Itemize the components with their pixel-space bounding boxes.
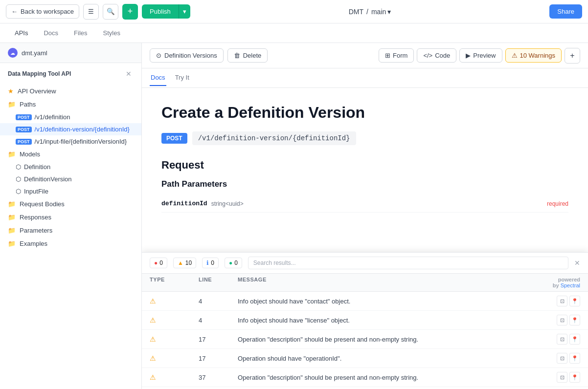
sidebar-item-label: /v1/input-file/{definitionVersionId} [35,138,127,145]
filter-warn-badge[interactable]: ▲ 10 [173,258,196,268]
table-row: ⚠ 4 Info object should have "license" ob… [142,311,588,330]
sidebar-item-examples[interactable]: 📁 Examples [0,237,141,250]
success-count: 0 [234,259,238,266]
warn-line: 17 [199,355,238,362]
post-badge: POST [16,127,32,132]
copy-icon[interactable]: ⊡ [557,334,567,345]
warn-message: Info object should have "contact" object… [238,298,551,305]
topbar-center: DMT / main ▾ [194,8,546,16]
sidebar-child-v1-definition[interactable]: POST /v1/definition [0,111,141,123]
info-count: 0 [211,259,214,266]
preview-view-button[interactable]: ▶ Preview [459,48,502,63]
warnings-header: ● 0 ▲ 10 ℹ 0 ● 0 ✕ [142,253,588,274]
tab-apis[interactable]: APIs [8,25,35,41]
warn-actions: ⊡ 📍 [551,315,580,325]
warn-triangle-icon: ⚠ [150,354,199,362]
warnings-table: ⚠ 4 Info object should have "contact" ob… [142,292,588,389]
sidebar-item-responses[interactable]: 📁 Responses [0,211,141,224]
menu-icon-button[interactable]: ☰ [83,4,99,20]
warn-count: 10 [185,259,192,266]
sidebar-child-v1-definition-version[interactable]: POST /v1/definition-version/{definitionI… [0,123,141,135]
copy-icon[interactable]: ⊡ [557,372,567,383]
sidebar-item-request-bodies[interactable]: 📁 Request Bodies [0,197,141,211]
location-icon[interactable]: 📍 [569,353,580,364]
filter-error-badge[interactable]: ● 0 [150,258,167,268]
form-icon: ⊞ [385,52,390,59]
endpoint-row: POST /v1/definition-version/{definitionI… [161,131,568,145]
warn-triangle-icon: ⚠ [150,335,199,343]
col-message: Message [238,277,551,288]
sidebar-item-label: Paths [20,101,36,108]
delete-button[interactable]: 🗑 Delete [227,48,268,63]
folder-icon: 📁 [8,151,16,158]
tab-docs[interactable]: Docs [150,70,166,86]
warn-line: 4 [199,317,238,324]
sidebar-item-label: API Overview [18,87,56,95]
delete-label: Delete [243,52,262,59]
warnings-button[interactable]: ⚠ 10 Warnings [505,48,562,63]
location-icon[interactable]: 📍 [569,315,580,325]
filter-success-badge[interactable]: ● 0 [225,258,242,268]
warn-triangle-icon: ⚠ [150,297,199,305]
plus-icon: + [570,51,574,60]
powered-by: powered by Spectral [551,277,580,288]
sidebar-child-definition-version[interactable]: ⬡ DefinitionVersion [0,173,141,185]
tab-try-it[interactable]: Try It [174,70,190,86]
location-icon[interactable]: 📍 [569,334,580,345]
definition-versions-button[interactable]: ⊙ Definition Versions [150,48,224,63]
sidebar-file: ☁ dmt.yaml [0,43,141,63]
sidebar-item-label: DefinitionVersion [24,175,72,183]
warn-actions: ⊡ 📍 [551,296,580,306]
nav-tabs: APIs Docs Files Styles [0,23,588,43]
copy-icon[interactable]: ⊡ [557,353,567,364]
doc-content: Create a Defenition Version POST /v1/def… [142,88,588,228]
tab-files[interactable]: Files [67,25,94,41]
table-row: ⚠ 37 Operation "description" should be p… [142,368,588,387]
col-line: Line [199,277,238,288]
back-to-workspace-button[interactable]: ← Back to workspace [6,4,79,19]
api-title: Data Mapping Tool API [8,70,71,77]
add-content-button[interactable]: + [565,48,580,64]
branch-chevron-icon: ▾ [387,8,391,16]
code-icon: </> [423,52,432,59]
copy-icon[interactable]: ⊡ [557,315,567,325]
add-button[interactable]: + [122,4,138,20]
success-dot: ● [229,259,232,266]
warn-line: 37 [199,374,238,381]
sidebar-child-definition[interactable]: ⬡ Definition [0,161,141,173]
form-view-button[interactable]: ⊞ Form [379,48,414,63]
branch-selector[interactable]: main ▾ [371,8,391,16]
sidebar-item-label: Examples [20,240,47,247]
warn-triangle-icon: ⚠ [150,316,199,324]
close-warnings-button[interactable]: ✕ [574,259,580,267]
share-button[interactable]: Share [549,4,582,19]
sidebar-item-models[interactable]: 📁 Models [0,148,141,161]
sidebar-child-v1-input-file[interactable]: POST /v1/input-file/{definitionVersionId… [0,135,141,148]
location-icon[interactable]: 📍 [569,372,580,383]
sidebar-child-input-file[interactable]: ⬡ InputFile [0,185,141,197]
tab-docs[interactable]: Docs [37,25,65,41]
sidebar-item-parameters[interactable]: 📁 Parameters [0,224,141,237]
search-icon-button[interactable]: 🔍 [103,4,118,20]
tab-styles[interactable]: Styles [96,25,127,41]
project-name: DMT [349,8,363,16]
publish-button[interactable]: Publish [142,4,179,19]
code-view-button[interactable]: </> Code [417,48,456,63]
close-sidebar-button[interactable]: ✕ [124,69,134,79]
filter-info-badge[interactable]: ℹ 0 [202,258,219,268]
location-icon[interactable]: 📍 [569,296,580,306]
preview-icon: ▶ [466,52,471,59]
warnings-label: 10 Warnings [520,52,556,59]
warn-message: Operation "description" should be presen… [238,374,551,381]
param-row: definitionId string<uuid> required [161,195,568,213]
definition-versions-label: Definition Versions [164,52,217,59]
copy-icon[interactable]: ⊡ [557,296,567,306]
content: ⊙ Definition Versions 🗑 Delete ⊞ Form </… [142,43,588,389]
sidebar-item-paths[interactable]: 📁 Paths [0,98,141,111]
publish-dropdown-button[interactable]: ▾ [179,4,190,19]
info-dot: ℹ [206,259,209,266]
main-layout: ☁ dmt.yaml Data Mapping Tool API ✕ ★ API… [0,43,588,389]
warnings-search-input[interactable] [248,257,568,269]
sidebar-item-api-overview[interactable]: ★ API Overview [0,85,141,98]
chevron-down-icon: ▾ [183,8,186,15]
